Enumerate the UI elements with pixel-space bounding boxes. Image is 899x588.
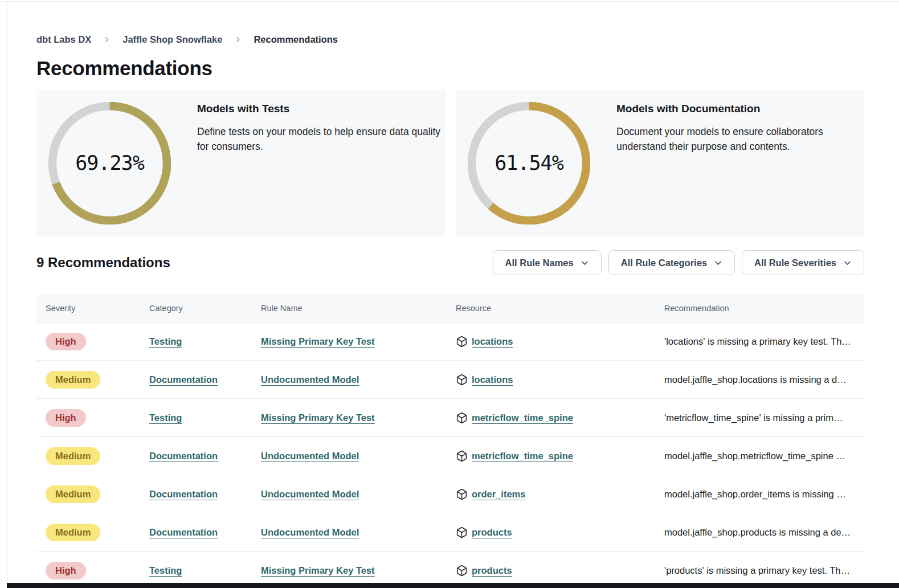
category-link[interactable]: Testing bbox=[149, 565, 182, 575]
resource-link[interactable]: order_items bbox=[472, 489, 525, 500]
recommendation-text: model.jaffle_shop.locations is missing a… bbox=[664, 374, 864, 385]
model-cube-icon bbox=[456, 374, 468, 386]
table-row: High Testing Missing Primary Key Test me… bbox=[36, 399, 864, 437]
table-row: High Testing Missing Primary Key Test lo… bbox=[36, 322, 864, 361]
rule-name-link[interactable]: Missing Primary Key Test bbox=[261, 336, 375, 346]
table-row: Medium Documentation Undocumented Model … bbox=[36, 475, 864, 513]
recommendations-table: Severity Category Rule Name Resource Rec… bbox=[36, 294, 864, 588]
card-title: Models with Documentation bbox=[616, 103, 856, 115]
rule-name-link[interactable]: Undocumented Model bbox=[261, 527, 359, 537]
category-link[interactable]: Documentation bbox=[149, 451, 218, 461]
breadcrumb-item-jaffle-shop-snowflake[interactable]: Jaffle Shop Snowflake bbox=[122, 34, 222, 45]
resource-link[interactable]: products bbox=[472, 565, 512, 576]
card-description: Document your models to ensure collabora… bbox=[616, 124, 856, 154]
table-header-row: Severity Category Rule Name Resource Rec… bbox=[36, 294, 864, 322]
rule-name-link[interactable]: Undocumented Model bbox=[261, 451, 359, 461]
chevron-right-icon bbox=[103, 36, 111, 43]
resource-link[interactable]: products bbox=[472, 527, 512, 538]
resource-link[interactable]: locations bbox=[472, 336, 513, 347]
model-cube-icon bbox=[456, 526, 468, 538]
filter-label: All Rule Severities bbox=[754, 258, 836, 268]
models-with-tests-card: 69.23% Models with Tests Define tests on… bbox=[36, 89, 445, 236]
chevron-right-icon bbox=[234, 36, 242, 43]
rule-names-filter-dropdown[interactable]: All Rule Names bbox=[493, 250, 602, 275]
recommendation-text: 'metricflow_time_spine' is missing a pri… bbox=[664, 413, 864, 423]
severity-badge: Medium bbox=[46, 485, 100, 503]
recommendations-count-heading: 9 Recommendations bbox=[36, 255, 170, 271]
panel-left-border bbox=[7, 1, 7, 588]
recommendation-text: 'locations' is missing a primary key tes… bbox=[664, 336, 864, 347]
recommendation-text: model.jaffle_shop.order_items is missing… bbox=[664, 489, 864, 500]
breadcrumb-item-dbt-labs-dx[interactable]: dbt Labs DX bbox=[36, 34, 91, 45]
tests-percent-label: 69.23% bbox=[48, 102, 171, 224]
column-header-recommendation: Recommendation bbox=[664, 304, 864, 313]
model-cube-icon bbox=[456, 450, 468, 462]
model-cube-icon bbox=[456, 336, 468, 348]
filter-label: All Rule Names bbox=[505, 258, 574, 268]
breadcrumb-item-recommendations: Recommendations bbox=[254, 34, 338, 45]
breadcrumb: dbt Labs DX Jaffle Shop Snowflake Recomm… bbox=[36, 34, 864, 45]
rule-name-link[interactable]: Missing Primary Key Test bbox=[261, 565, 375, 575]
card-description: Define tests on your models to help ensu… bbox=[197, 124, 445, 154]
rule-name-link[interactable]: Missing Primary Key Test bbox=[261, 413, 375, 423]
chevron-down-icon bbox=[581, 259, 589, 267]
table-row: Medium Documentation Undocumented Model … bbox=[36, 361, 864, 399]
tests-donut-chart: 69.23% bbox=[48, 102, 171, 224]
severity-badge: Medium bbox=[46, 524, 100, 541]
filter-bar: All Rule Names All Rule Categories All R… bbox=[493, 250, 864, 275]
metric-cards: 69.23% Models with Tests Define tests on… bbox=[36, 89, 864, 236]
resource-link[interactable]: metricflow_time_spine bbox=[472, 451, 573, 462]
model-cube-icon bbox=[456, 488, 468, 500]
resource-link[interactable]: locations bbox=[472, 374, 513, 385]
severity-badge: High bbox=[46, 562, 86, 579]
table-row: Medium Documentation Undocumented Model … bbox=[36, 513, 864, 552]
rule-categories-filter-dropdown[interactable]: All Rule Categories bbox=[608, 250, 735, 275]
cutoff-row-strip bbox=[7, 583, 899, 588]
main-content: dbt Labs DX Jaffle Shop Snowflake Recomm… bbox=[36, 0, 864, 588]
recommendation-text: model.jaffle_shop.products is missing a … bbox=[664, 527, 864, 538]
category-link[interactable]: Testing bbox=[149, 336, 182, 346]
model-cube-icon bbox=[456, 412, 468, 424]
category-link[interactable]: Testing bbox=[149, 413, 182, 423]
documentation-percent-label: 61.54% bbox=[468, 102, 590, 224]
chevron-down-icon bbox=[714, 259, 722, 267]
rule-severities-filter-dropdown[interactable]: All Rule Severities bbox=[742, 250, 864, 275]
table-row: Medium Documentation Undocumented Model … bbox=[36, 437, 864, 475]
column-header-resource: Resource bbox=[456, 304, 664, 313]
models-with-documentation-card: 61.54% Models with Documentation Documen… bbox=[456, 89, 864, 236]
category-link[interactable]: Documentation bbox=[149, 527, 218, 537]
column-header-severity: Severity bbox=[36, 304, 149, 313]
chevron-down-icon bbox=[843, 259, 852, 267]
column-header-rule-name: Rule Name bbox=[261, 304, 456, 313]
documentation-donut-chart: 61.54% bbox=[468, 102, 590, 224]
severity-badge: High bbox=[46, 409, 86, 427]
card-title: Models with Tests bbox=[197, 103, 445, 115]
model-cube-icon bbox=[456, 565, 468, 577]
rule-name-link[interactable]: Undocumented Model bbox=[261, 489, 359, 499]
recommendation-text: 'products' is missing a primary key test… bbox=[664, 565, 864, 576]
category-link[interactable]: Documentation bbox=[149, 489, 218, 499]
severity-badge: Medium bbox=[46, 371, 100, 389]
severity-badge: High bbox=[46, 333, 86, 350]
page-title: Recommendations bbox=[36, 57, 864, 80]
filter-label: All Rule Categories bbox=[621, 258, 707, 268]
column-header-category: Category bbox=[149, 304, 261, 313]
rule-name-link[interactable]: Undocumented Model bbox=[261, 374, 359, 385]
resource-link[interactable]: metricflow_time_spine bbox=[472, 413, 573, 423]
recommendation-text: model.jaffle_shop.metricflow_time_spine … bbox=[664, 451, 864, 462]
category-link[interactable]: Documentation bbox=[149, 374, 218, 385]
severity-badge: Medium bbox=[46, 447, 100, 465]
